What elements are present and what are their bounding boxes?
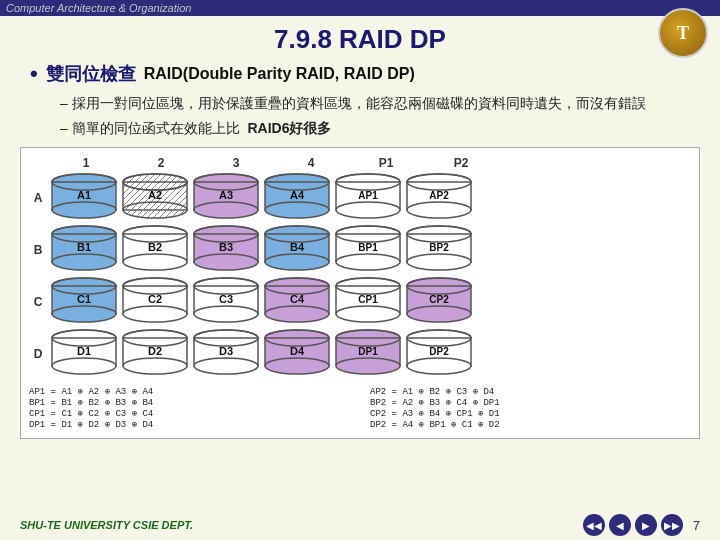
svg-point-62 xyxy=(52,306,116,322)
disk-DP1: DP1 xyxy=(334,328,402,380)
svg-text:AP1: AP1 xyxy=(358,190,378,201)
svg-text:C2: C2 xyxy=(148,293,162,305)
disk-CP1: CP1 xyxy=(334,276,402,328)
formula-CP2: CP2 = A3 ⊕ B4 ⊕ CP1 ⊕ D1 xyxy=(370,408,691,419)
svg-point-82 xyxy=(336,306,400,322)
disk-AP1: AP1 xyxy=(334,172,402,224)
row-A: A A1 A2 A3 xyxy=(29,172,691,224)
svg-point-92 xyxy=(52,358,116,374)
disk-B2: B2 xyxy=(121,224,189,276)
svg-text:CP2: CP2 xyxy=(429,294,449,305)
disk-D1: D1 xyxy=(50,328,118,380)
svg-text:CP1: CP1 xyxy=(358,294,378,305)
col-1: 1 xyxy=(50,156,122,170)
page-title: 7.9.8 RAID DP xyxy=(0,24,720,55)
disk-BP1: BP1 xyxy=(334,224,402,276)
svg-text:A1: A1 xyxy=(77,189,91,201)
sub-item-1: 採用一對同位區塊，用於保護重疊的資料區塊，能容忍兩個磁碟的資料同時遺失，而沒有錯… xyxy=(60,93,690,114)
svg-text:DP2: DP2 xyxy=(429,346,449,357)
svg-text:B4: B4 xyxy=(290,241,305,253)
svg-text:A4: A4 xyxy=(290,189,305,201)
disk-DP2: DP2 xyxy=(405,328,473,380)
svg-text:C4: C4 xyxy=(290,293,305,305)
col-headers: 1 2 3 4 P1 P2 xyxy=(29,156,691,170)
svg-point-72 xyxy=(194,306,258,322)
row-label-C: C xyxy=(29,295,47,309)
svg-text:D2: D2 xyxy=(148,345,162,357)
svg-text:D4: D4 xyxy=(290,345,305,357)
formula-CP1: CP1 = C1 ⊕ C2 ⊕ C3 ⊕ C4 xyxy=(29,408,350,419)
logo: T xyxy=(658,2,710,54)
svg-point-57 xyxy=(407,254,471,270)
disk-D4: D4 xyxy=(263,328,331,380)
svg-point-87 xyxy=(407,306,471,322)
footer: SHU-TE UNIVERSITY CSIE DEPT. ◀◀ ◀ ▶ ▶▶ 7 xyxy=(20,514,700,536)
col-3: 3 xyxy=(200,156,272,170)
col-2: 2 xyxy=(125,156,197,170)
svg-text:C1: C1 xyxy=(77,293,91,305)
svg-text:D1: D1 xyxy=(77,345,91,357)
row-B: B B1 B2 B3 B4 xyxy=(29,224,691,276)
formula-DP1: DP1 = D1 ⊕ D2 ⊕ D3 ⊕ D4 xyxy=(29,419,350,430)
row-label-D: D xyxy=(29,347,47,361)
svg-point-112 xyxy=(336,358,400,374)
disk-C1: C1 xyxy=(50,276,118,328)
svg-point-7 xyxy=(123,202,187,218)
disk-A3: A3 xyxy=(192,172,260,224)
svg-text:DP1: DP1 xyxy=(358,346,378,357)
disk-A1: A1 xyxy=(50,172,118,224)
formula-AP2: AP2 = A1 ⊕ B2 ⊕ C3 ⊕ D4 xyxy=(370,386,691,397)
svg-text:C3: C3 xyxy=(219,293,233,305)
disk-C4: C4 xyxy=(263,276,331,328)
formula-section: AP1 = A1 ⊕ A2 ⊕ A3 ⊕ A4 BP1 = B1 ⊕ B2 ⊕ … xyxy=(29,386,691,430)
svg-point-97 xyxy=(123,358,187,374)
bullet-dot: • xyxy=(30,61,38,87)
disk-BP2: BP2 xyxy=(405,224,473,276)
svg-point-42 xyxy=(194,254,258,270)
disk-C2: C2 xyxy=(121,276,189,328)
disk-B3: B3 xyxy=(192,224,260,276)
disk-D2: D2 xyxy=(121,328,189,380)
university-label: SHU-TE UNIVERSITY CSIE DEPT. xyxy=(20,519,193,531)
disk-B4: B4 xyxy=(263,224,331,276)
disk-C3: C3 xyxy=(192,276,260,328)
nav-last-button[interactable]: ▶▶ xyxy=(661,514,683,536)
formula-BP1: BP1 = B1 ⊕ B2 ⊕ B3 ⊕ B4 xyxy=(29,397,350,408)
disk-CP2: CP2 xyxy=(405,276,473,328)
col-4: 4 xyxy=(275,156,347,170)
svg-point-27 xyxy=(407,202,471,218)
svg-point-117 xyxy=(407,358,471,374)
svg-text:BP1: BP1 xyxy=(358,242,378,253)
nav-next-button[interactable]: ▶ xyxy=(635,514,657,536)
svg-text:B3: B3 xyxy=(219,241,233,253)
col-p1: P1 xyxy=(350,156,422,170)
page-number: 7 xyxy=(693,518,700,533)
main-english: RAID(Double Parity RAID, RAID DP) xyxy=(144,65,415,83)
svg-point-32 xyxy=(52,254,116,270)
svg-point-77 xyxy=(265,306,329,322)
formula-right: AP2 = A1 ⊕ B2 ⊕ C3 ⊕ D4 BP2 = A2 ⊕ B3 ⊕ … xyxy=(370,386,691,430)
diagram-area: 1 2 3 4 P1 P2 A A1 A2 xyxy=(20,147,700,439)
row-D: D D1 D2 D3 D4 xyxy=(29,328,691,380)
svg-text:A2: A2 xyxy=(148,189,162,201)
svg-point-102 xyxy=(194,358,258,374)
svg-text:BP2: BP2 xyxy=(429,242,449,253)
disk-A2: A2 xyxy=(121,172,189,224)
nav-prev-button[interactable]: ◀ xyxy=(609,514,631,536)
svg-text:D3: D3 xyxy=(219,345,233,357)
svg-text:B1: B1 xyxy=(77,241,91,253)
nav-first-button[interactable]: ◀◀ xyxy=(583,514,605,536)
svg-point-17 xyxy=(265,202,329,218)
disk-D3: D3 xyxy=(192,328,260,380)
formula-left: AP1 = A1 ⊕ A2 ⊕ A3 ⊕ A4 BP1 = B1 ⊕ B2 ⊕ … xyxy=(29,386,350,430)
row-label-A: A xyxy=(29,191,47,205)
formula-BP2: BP2 = A2 ⊕ B3 ⊕ C4 ⊕ DP1 xyxy=(370,397,691,408)
svg-text:AP2: AP2 xyxy=(429,190,449,201)
header-bar: Computer Architecture & Organization xyxy=(0,0,720,16)
svg-point-107 xyxy=(265,358,329,374)
svg-point-22 xyxy=(336,202,400,218)
disk-A4: A4 xyxy=(263,172,331,224)
formula-AP1: AP1 = A1 ⊕ A2 ⊕ A3 ⊕ A4 xyxy=(29,386,350,397)
formula-DP2: DP2 = A4 ⊕ BP1 ⊕ C1 ⊕ D2 xyxy=(370,419,691,430)
sub-item-2: 簡單的同位函式在效能上比 RAID6好很多 xyxy=(60,118,690,139)
